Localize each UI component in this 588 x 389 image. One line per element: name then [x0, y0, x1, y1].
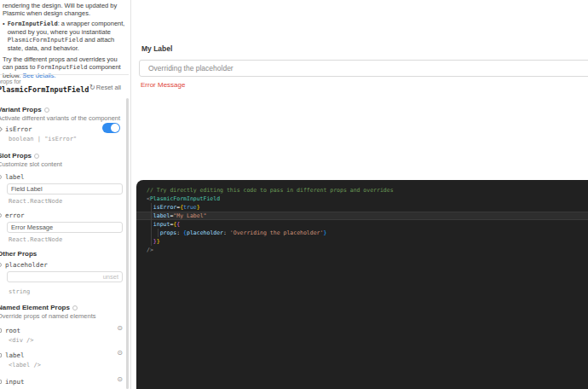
prop-type: React.ReactNode — [9, 198, 125, 205]
code-line[interactable]: /> — [136, 246, 588, 254]
description-paragraph: rendering the design. Will be updated by… — [3, 2, 126, 17]
prop-row-label: label — [0, 173, 125, 181]
code-token-attr: props — [160, 229, 177, 236]
props-panel: rendering the design. Will be updated by… — [0, 0, 130, 389]
code-token-bool: true — [183, 204, 197, 211]
code-line[interactable]: // Try directly editing this code to pas… — [136, 186, 588, 194]
section-title: Variant Props — [0, 106, 42, 113]
code-line[interactable]: props: {placeholder: 'Overriding the pla… — [136, 229, 588, 237]
section-slot-props: Slot Props Customize slot content label … — [0, 152, 125, 243]
code-token-plain — [147, 212, 153, 219]
code-token-plain — [147, 221, 153, 228]
element-settings-icon[interactable]: ⊙ — [117, 350, 123, 357]
code-block: // Try directly editing this code to pas… — [136, 186, 588, 254]
iserror-toggle[interactable] — [102, 123, 120, 133]
panel-header: props for PlasmicFormInputField ↻Reset a… — [0, 78, 128, 94]
info-icon — [34, 154, 39, 159]
prop-type: string — [9, 288, 125, 295]
element-settings-icon[interactable]: ⊙ — [117, 376, 123, 383]
prop-name: placeholder — [5, 261, 48, 269]
section-variant-props: Variant Props Activate different variant… — [0, 106, 125, 142]
code-editor[interactable]: // Try directly editing this code to pas… — [136, 180, 588, 389]
code-token-brace1: } — [197, 204, 200, 211]
info-icon — [44, 107, 49, 113]
code-token-string: "My Label" — [173, 212, 206, 219]
element-tag: <div /> — [9, 337, 125, 344]
slot-icon — [0, 175, 2, 179]
code-line[interactable]: <PlasmicFormInputField — [136, 194, 588, 203]
code-line-current[interactable]: label="My Label" — [136, 212, 588, 220]
reset-icon: ↻ — [89, 84, 95, 91]
element-icon — [0, 328, 2, 333]
code-line[interactable]: input={{ — [136, 220, 588, 229]
code-token-attr: isError — [153, 204, 176, 211]
inline-code: FormInputField — [8, 20, 58, 27]
bullet-dot: • — [3, 20, 5, 52]
element-settings-icon[interactable]: ⊙ — [117, 325, 123, 332]
section-named-element-props: Named Element Props Override props of na… — [0, 304, 125, 386]
prop-row-placeholder: placeholder — [0, 261, 125, 269]
section-title: Other Props — [0, 250, 37, 258]
code-token-attr: label — [153, 212, 170, 219]
section-subtext: Customize slot content — [0, 160, 125, 168]
element-tag: <label /> — [9, 362, 125, 369]
plasmic-playground: rendering the design. Will be updated by… — [0, 0, 588, 389]
element-name: label — [5, 351, 25, 359]
element-row-root: root ⊙ — [0, 327, 125, 334]
indent-guide — [151, 212, 152, 220]
element-row-input: input ⊙ — [0, 378, 125, 386]
slot-icon — [0, 263, 2, 267]
prop-type: React.ReactNode — [9, 236, 125, 243]
code-token-punct: /> — [147, 247, 153, 253]
code-token-plain: : — [223, 229, 230, 236]
error-value-input[interactable] — [7, 222, 123, 233]
code-token-attr: input — [153, 221, 170, 228]
code-line[interactable]: isError={true} — [136, 203, 588, 212]
element-icon — [0, 380, 2, 384]
section-other-props: Other Props placeholder string — [0, 250, 125, 295]
sidebar-scrollbar[interactable] — [126, 98, 129, 389]
code-token-string: 'Overriding the placeholder' — [230, 229, 324, 236]
section-subtext: Activate different variants of the compo… — [0, 114, 125, 122]
indent-guide — [151, 229, 152, 237]
prop-row-error: error — [0, 212, 125, 219]
preview-text-input[interactable] — [139, 60, 588, 77]
inline-code: PlasmicFormInputField — [8, 37, 84, 44]
variant-icon — [0, 126, 3, 132]
section-title: Named Element Props — [0, 304, 70, 311]
description-paragraph: Try the different props and overrides yo… — [3, 55, 126, 79]
indent-guide — [151, 237, 152, 246]
indent-guide — [158, 229, 159, 237]
code-token-plain — [147, 238, 153, 245]
divider — [0, 74, 129, 75]
prop-type: boolean | "isError" — [9, 136, 125, 142]
element-icon — [0, 353, 2, 357]
element-name: root — [5, 327, 20, 334]
element-name: input — [5, 378, 25, 386]
section-title: Slot Props — [0, 152, 32, 160]
code-token-tag: PlasmicFormInputField — [150, 195, 220, 202]
slot-icon — [0, 213, 2, 218]
code-token-plain — [147, 204, 153, 211]
prop-name: label — [5, 173, 25, 181]
description-bullet: • FormInputField: a wrapper component, o… — [3, 20, 126, 52]
preview-error-message: Error Message — [141, 81, 185, 89]
indent-guide — [151, 203, 152, 212]
label-value-input[interactable] — [7, 183, 123, 194]
code-token-brace2: { — [176, 221, 180, 228]
reset-all-button[interactable]: ↻Reset all — [89, 84, 121, 91]
inline-code: FormInputField — [37, 64, 87, 71]
info-icon — [72, 305, 78, 311]
element-row-label: label ⊙ — [0, 351, 125, 359]
prop-row-iserror: isError — [0, 125, 125, 133]
section-subtext: Override props of named elements — [0, 312, 125, 320]
code-token-attr: placeholder — [187, 229, 223, 236]
placeholder-value-input[interactable] — [7, 271, 123, 282]
preview-field-label: My Label — [141, 44, 172, 53]
component-description: rendering the design. Will be updated by… — [0, 0, 130, 79]
prop-name: isError — [5, 125, 32, 133]
code-token-plain: : — [176, 229, 183, 236]
code-token-brace3: } — [323, 229, 326, 236]
code-line[interactable]: }} — [136, 237, 588, 246]
toggle-knob — [111, 124, 119, 132]
